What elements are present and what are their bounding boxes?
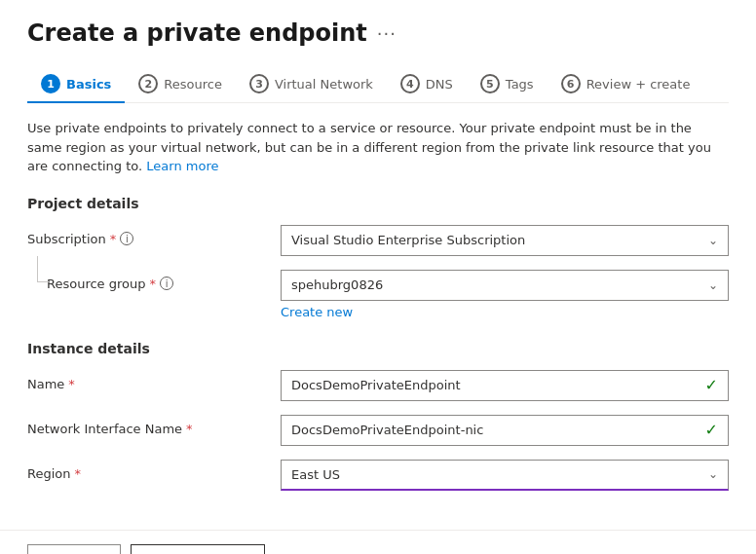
- tab-bar: 1 Basics 2 Resource 3 Virtual Network 4 …: [27, 66, 729, 103]
- subscription-control-col: Visual Studio Enterprise Subscription ⌄: [281, 225, 729, 256]
- resource-group-label-col: Resource group * i: [27, 270, 281, 291]
- subscription-label: Subscription * i: [27, 232, 281, 246]
- nic-name-label-col: Network Interface Name *: [27, 415, 281, 436]
- create-new-link[interactable]: Create new: [281, 305, 353, 319]
- name-valid-icon: ✓: [705, 376, 718, 394]
- footer: < Previous Next : Resource >: [0, 530, 756, 555]
- tab-review-create-label: Review + create: [586, 77, 691, 92]
- project-details-title: Project details: [27, 196, 729, 211]
- tab-tags-label: Tags: [506, 77, 534, 92]
- resource-group-row: Resource group * i spehubrg0826 ⌄ Create…: [27, 270, 729, 319]
- tab-virtual-network-number: 3: [249, 74, 269, 93]
- region-row: Region * East US ⌄: [27, 460, 729, 491]
- tab-virtual-network-label: Virtual Network: [275, 77, 373, 92]
- tab-basics[interactable]: 1 Basics: [27, 66, 125, 103]
- region-select[interactable]: East US ⌄: [281, 460, 729, 491]
- subscription-select[interactable]: Visual Studio Enterprise Subscription ⌄: [281, 225, 729, 256]
- resource-group-info-icon[interactable]: i: [160, 277, 173, 290]
- tab-virtual-network[interactable]: 3 Virtual Network: [236, 66, 387, 103]
- tab-tags[interactable]: 5 Tags: [467, 66, 548, 103]
- tab-dns[interactable]: 4 DNS: [387, 66, 467, 103]
- subscription-label-col: Subscription * i: [27, 225, 281, 246]
- tab-dns-number: 4: [400, 74, 420, 93]
- tab-review-create[interactable]: 6 Review + create: [548, 66, 704, 103]
- subscription-required: *: [110, 232, 117, 246]
- ellipsis-menu-button[interactable]: ···: [377, 23, 397, 44]
- page-title-row: Create a private endpoint ···: [27, 19, 729, 47]
- next-button[interactable]: Next : Resource >: [131, 544, 265, 555]
- nic-name-input[interactable]: DocsDemoPrivateEndpoint-nic ✓: [281, 415, 729, 446]
- name-label-col: Name *: [27, 370, 281, 391]
- description-text: Use private endpoints to privately conne…: [27, 119, 729, 176]
- subscription-row: Subscription * i Visual Studio Enterpris…: [27, 225, 729, 256]
- resource-group-select[interactable]: spehubrg0826 ⌄: [281, 270, 729, 301]
- nic-name-control-col: DocsDemoPrivateEndpoint-nic ✓: [281, 415, 729, 446]
- resource-group-chevron-icon: ⌄: [708, 278, 718, 292]
- resource-group-label: Resource group * i: [47, 277, 281, 291]
- region-control-col: East US ⌄: [281, 460, 729, 491]
- tab-resource-label: Resource: [164, 77, 222, 92]
- name-row: Name * DocsDemoPrivateEndpoint ✓: [27, 370, 729, 401]
- tab-tags-number: 5: [480, 74, 500, 93]
- subscription-info-icon[interactable]: i: [120, 232, 133, 245]
- tab-review-create-number: 6: [561, 74, 581, 93]
- subscription-chevron-icon: ⌄: [708, 234, 718, 247]
- tab-resource-number: 2: [138, 74, 158, 93]
- region-chevron-icon: ⌄: [708, 467, 718, 481]
- name-control-col: DocsDemoPrivateEndpoint ✓: [281, 370, 729, 401]
- region-label-col: Region *: [27, 460, 281, 481]
- project-details-section: Project details Subscription * i Visual …: [27, 196, 729, 319]
- nic-name-required: *: [186, 422, 193, 436]
- tab-basics-label: Basics: [66, 77, 111, 92]
- name-input[interactable]: DocsDemoPrivateEndpoint ✓: [281, 370, 729, 401]
- nic-name-row: Network Interface Name * DocsDemoPrivate…: [27, 415, 729, 446]
- previous-button[interactable]: < Previous: [27, 544, 121, 555]
- region-label: Region *: [27, 466, 281, 481]
- page-title: Create a private endpoint: [27, 19, 367, 47]
- name-label: Name *: [27, 377, 281, 391]
- nic-name-valid-icon: ✓: [705, 421, 718, 439]
- learn-more-link[interactable]: Learn more: [146, 159, 218, 173]
- name-required: *: [68, 377, 75, 391]
- instance-details-title: Instance details: [27, 341, 729, 356]
- nic-name-label: Network Interface Name *: [27, 422, 281, 436]
- resource-group-control-col: spehubrg0826 ⌄ Create new: [281, 270, 729, 319]
- resource-group-required: *: [150, 277, 157, 291]
- instance-details-section: Instance details Name * DocsDemoPrivateE…: [27, 341, 729, 491]
- tab-dns-label: DNS: [426, 77, 453, 92]
- region-required: *: [75, 466, 82, 481]
- tab-basics-number: 1: [41, 74, 60, 93]
- tab-resource[interactable]: 2 Resource: [125, 66, 236, 103]
